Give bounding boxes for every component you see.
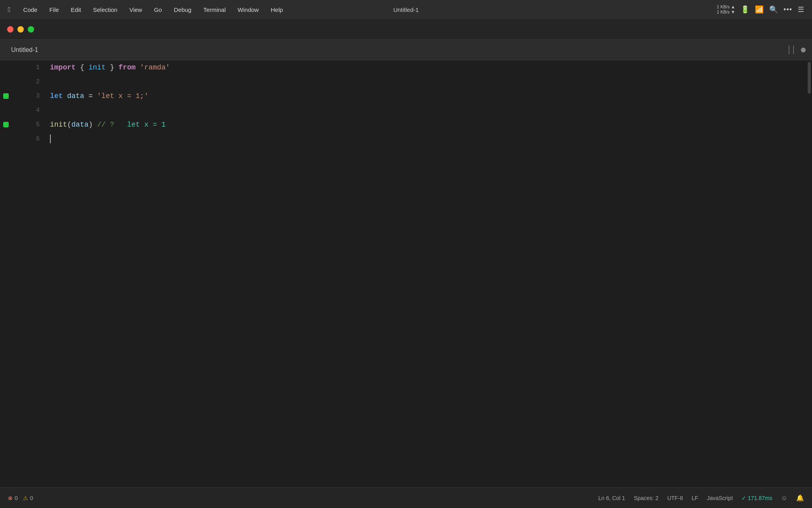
menu-terminal[interactable]: Terminal — [201, 5, 228, 15]
menu-file[interactable]: File — [47, 5, 61, 15]
code-line-1[interactable]: import { init } from 'ramda' — [44, 60, 806, 75]
notification-icon[interactable]: 🔔 — [796, 494, 804, 502]
line-number-gutter: 1 2 3 4 5 6 — [12, 60, 44, 487]
line-ending[interactable]: LF — [692, 495, 698, 501]
indent-spaces[interactable]: Spaces: 2 — [634, 495, 659, 501]
line-num-2: 2 — [36, 75, 40, 89]
breakpoint-5[interactable] — [3, 122, 9, 127]
line-num-6: 6 — [36, 132, 40, 146]
line-num-1: 1 — [36, 60, 40, 75]
network-down: 1 KB/s ▼ — [717, 10, 735, 15]
menu-selection[interactable]: Selection — [90, 5, 120, 15]
maximize-button[interactable] — [28, 26, 34, 33]
menu-edit[interactable]: Edit — [69, 5, 84, 15]
search-icon: 🔍 — [769, 5, 778, 14]
cursor — [50, 135, 51, 143]
space4 — [93, 121, 97, 129]
editor-dot-icon — [801, 48, 806, 52]
menu-view[interactable]: View — [127, 5, 144, 15]
cursor-position[interactable]: Ln 6, Col 1 — [598, 495, 625, 501]
code-line-4[interactable] — [44, 103, 806, 117]
menu-go[interactable]: Go — [151, 5, 164, 15]
menu-window[interactable]: Window — [235, 5, 261, 15]
list-icon: ☰ — [798, 5, 804, 14]
import-init: init — [88, 64, 105, 71]
error-number: 0 — [15, 495, 18, 501]
line-num-4: 4 — [36, 103, 40, 117]
status-bar: ⊗ 0 ⚠ 0 Ln 6, Col 1 Spaces: 2 UTF-8 LF J… — [0, 487, 812, 508]
warn-number: 0 — [30, 495, 33, 501]
var-data-call: data — [71, 121, 88, 129]
editor-container: 1 2 3 4 5 6 import { init } from 'ramda'… — [0, 60, 812, 487]
split-editor-icon[interactable]: ││ — [787, 46, 797, 54]
comment-1: 1 — [157, 121, 166, 129]
performance: ✓ 171.87ms — [741, 495, 772, 501]
fn-init: init — [50, 121, 67, 129]
comment-slash: // ? — [97, 121, 119, 129]
str-ramda: 'ramda' — [140, 64, 170, 71]
warn-icon: ⚠ — [23, 495, 28, 501]
feedback-icon[interactable]: ☺ — [781, 495, 787, 502]
line-num-5: 5 — [36, 117, 40, 132]
network-status: 1 KB/s ▲ 1 KB/s ▼ — [717, 4, 735, 15]
network-up: 1 KB/s ▲ — [717, 4, 735, 10]
minimize-button[interactable] — [17, 26, 24, 33]
bp-row-6 — [0, 132, 12, 146]
tab-bar: Untitled-1 ││ — [0, 40, 812, 60]
window-title: Untitled-1 — [393, 6, 419, 13]
breakpoint-gutter — [0, 60, 12, 487]
menubar-left:  Code File Edit Selection View Go Debug… — [8, 5, 285, 15]
kw-let-3: let — [50, 92, 63, 100]
menu-help[interactable]: Help — [268, 5, 285, 15]
bp-row-1 — [0, 60, 12, 75]
space2 — [136, 64, 140, 71]
comment-let: let — [127, 121, 140, 129]
apple-icon:  — [8, 6, 11, 14]
error-icon: ⊗ — [8, 495, 13, 501]
more-icon: ••• — [783, 6, 792, 14]
bp-row-2 — [0, 75, 12, 89]
code-line-5[interactable]: init ( data ) // ? let x = 1 — [44, 117, 806, 132]
code-line-2[interactable] — [44, 75, 806, 89]
bp-row-4 — [0, 103, 12, 117]
paren-open: ( — [67, 121, 71, 129]
language-mode[interactable]: JavaScript — [707, 495, 733, 501]
kw-from: from — [119, 64, 136, 71]
str-letx: 'let x = 1;' — [97, 92, 149, 100]
bp-row-3[interactable] — [0, 89, 12, 103]
bp-row-5[interactable] — [0, 117, 12, 132]
status-right: Ln 6, Col 1 Spaces: 2 UTF-8 LF JavaScrip… — [598, 494, 804, 502]
tab-actions: ││ — [787, 46, 806, 54]
wifi-icon: 📶 — [755, 5, 764, 14]
breakpoint-3[interactable] — [3, 93, 9, 99]
window-chrome — [0, 19, 812, 40]
tab-untitled[interactable]: Untitled-1 — [6, 44, 786, 56]
space3 — [63, 92, 67, 100]
code-editor[interactable]: import { init } from 'ramda' let data = … — [44, 60, 806, 487]
encoding[interactable]: UTF-8 — [667, 495, 683, 501]
comment-x: x — [140, 121, 149, 129]
space — [76, 64, 80, 71]
line-num-3: 3 — [36, 89, 40, 103]
scrollbar-thumb[interactable] — [808, 62, 811, 94]
code-line-3[interactable]: let data = 'let x = 1;' — [44, 89, 806, 103]
kw-import: import — [50, 64, 76, 71]
menu-code[interactable]: Code — [21, 5, 40, 15]
error-count[interactable]: ⊗ 0 ⚠ 0 — [8, 495, 33, 501]
space5 — [119, 121, 127, 129]
brace-close: } — [105, 64, 118, 71]
menu-debug[interactable]: Debug — [171, 5, 193, 15]
vertical-scrollbar[interactable] — [806, 60, 812, 487]
brace-open: { — [80, 64, 89, 71]
comment-eq: = — [149, 121, 157, 129]
battery-icon: 🔋 — [741, 5, 749, 14]
menubar:  Code File Edit Selection View Go Debug… — [0, 0, 812, 19]
code-line-6[interactable] — [44, 132, 806, 146]
close-button[interactable] — [7, 26, 13, 33]
op-eq-3: = — [84, 92, 97, 100]
menubar-right: 1 KB/s ▲ 1 KB/s ▼ 🔋 📶 🔍 ••• ☰ — [717, 4, 804, 15]
paren-close: ) — [88, 121, 93, 129]
var-data: data — [67, 92, 84, 100]
